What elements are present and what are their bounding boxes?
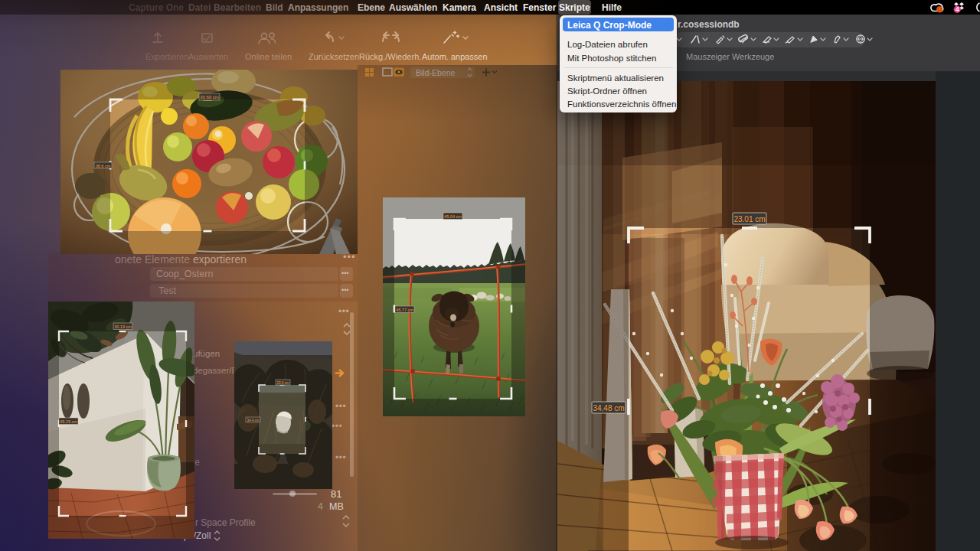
svg-text:34.48 cm: 34.48 cm bbox=[593, 404, 624, 412]
svg-text:34.4 cm: 34.4 cm bbox=[247, 419, 259, 422]
svg-text:45.77 cm: 45.77 cm bbox=[396, 308, 413, 312]
svg-text:30.60 cm: 30.60 cm bbox=[200, 95, 219, 99]
svg-text:45.04 cm: 45.04 cm bbox=[444, 214, 462, 219]
svg-text:23.01 cm: 23.01 cm bbox=[733, 215, 765, 223]
svg-text:23.0 cm: 23.0 cm bbox=[276, 381, 289, 385]
svg-text:38.6 cm: 38.6 cm bbox=[96, 164, 111, 168]
svg-text:30.19 cm: 30.19 cm bbox=[114, 324, 132, 329]
svg-text:45.29 cm: 45.29 cm bbox=[60, 419, 77, 424]
svg-text:4: 4 bbox=[956, 5, 959, 13]
